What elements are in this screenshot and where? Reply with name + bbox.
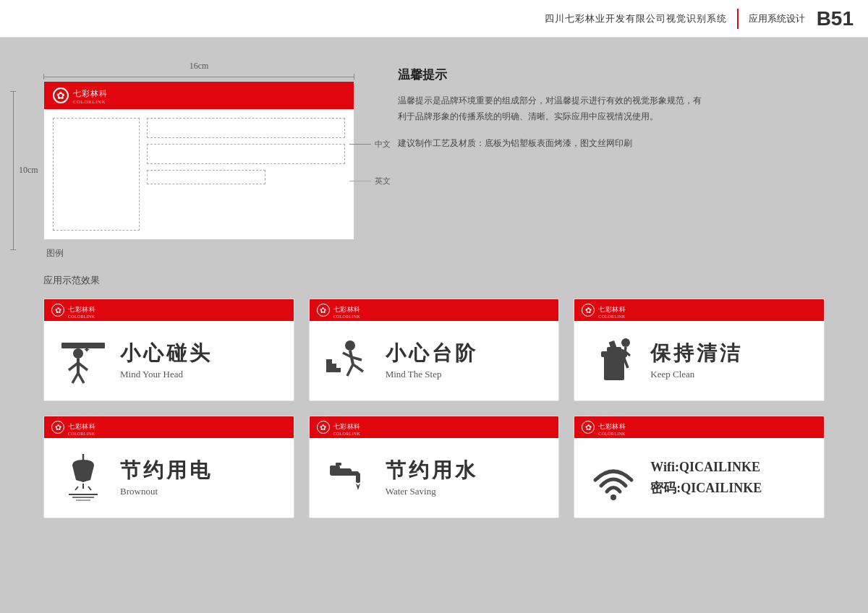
mini-logo-en-4: COLORLINK	[68, 432, 95, 436]
mini-logo-circle-5: ✿	[317, 421, 330, 434]
mock-icon-placeholder	[53, 118, 140, 231]
svg-rect-36	[330, 466, 340, 470]
sign-logo-3: ✿ 七彩林科 COLORLINK	[582, 301, 626, 319]
sign-wifi-line1: Wifi:QICAILINKE	[650, 457, 812, 478]
sign-body-6: Wifi:QICAILINKE 密码:QICAILINKE	[574, 438, 824, 518]
section-label-header: 应用系统设计	[749, 12, 805, 25]
sign-header-3: ✿ 七彩林科 COLORLINK	[574, 299, 824, 321]
section-heading: 应用示范效果	[43, 274, 825, 287]
sign-body-2: 小心台阶 Mind The Step	[310, 321, 559, 400]
sign-body-5: 节约用水 Water Saving	[310, 438, 559, 518]
sign-header-4: ✿ 七彩林科 COLORLINK	[44, 416, 294, 438]
sign-en-5: Water Saving	[386, 486, 548, 497]
mock-body	[44, 109, 354, 239]
svg-line-16	[353, 364, 363, 372]
sign-logo-5: ✿ 七彩林科 COLORLINK	[317, 419, 361, 436]
sign-text-4: 节约用电 Brownout	[120, 458, 282, 497]
icon-bump-head: ✦	[56, 335, 110, 386]
sign-text-5: 节约用水 Water Saving	[386, 458, 548, 497]
diagram-section: 16cm 10cm	[43, 59, 825, 260]
desc-note: 建议制作工艺及材质：底板为铝塑板表面烤漆，图文丝网印刷	[398, 136, 702, 152]
mini-logo-cn-1: 七彩林科	[68, 306, 95, 313]
svg-line-30	[75, 486, 78, 490]
mock-header: ✿ 七彩林科 COLORLINK	[44, 82, 354, 109]
sign-card-water-saving: ✿ 七彩林科 COLORLINK	[309, 416, 560, 518]
logo-flower-icon: ✿	[56, 90, 65, 102]
mock-logo: ✿ 七彩林科 COLORLINK	[53, 86, 108, 105]
svg-rect-18	[601, 351, 627, 357]
logo-circle: ✿	[53, 87, 69, 103]
sign-card-keep-clean: ✿ 七彩林科 COLORLINK	[574, 299, 825, 401]
sign-text-1: 小心碰头 Mind Your Head	[120, 341, 282, 380]
svg-point-40	[610, 494, 616, 500]
wifi-svg	[588, 453, 639, 503]
mini-logo-en-6: COLORLINK	[598, 432, 626, 436]
sign-diagram: 16cm 10cm	[43, 81, 354, 260]
signs-grid: ✿ 七彩林科 COLORLINK	[43, 299, 825, 518]
mini-logo-circle-4: ✿	[51, 421, 64, 434]
sign-body-4: 节约用电 Brownout	[44, 438, 294, 518]
icon-save-water	[321, 453, 375, 503]
mini-logo-en-3: COLORLINK	[598, 314, 626, 319]
height-label: 10cm	[19, 165, 38, 176]
sign-cn-2: 小心台阶	[386, 341, 548, 366]
sign-logo-6: ✿ 七彩林科 COLORLINK	[582, 419, 626, 436]
mini-flower-4: ✿	[55, 423, 61, 432]
mini-logo-circle-3: ✿	[582, 304, 595, 317]
mock-text-area	[147, 118, 345, 231]
icon-keep-clean	[586, 335, 640, 386]
svg-text:✦: ✦	[83, 345, 90, 355]
mini-logo-cn-2: 七彩林科	[333, 306, 361, 313]
logo-en: COLORLINK	[73, 99, 108, 105]
sign-mockup: ✿ 七彩林科 COLORLINK	[43, 81, 354, 240]
mini-logo-circle-2: ✿	[317, 304, 330, 317]
icon-mind-step	[321, 335, 375, 386]
mini-flower-5: ✿	[320, 423, 326, 432]
mini-flower-6: ✿	[585, 423, 592, 432]
sign-header-2: ✿ 七彩林科 COLORLINK	[310, 299, 559, 321]
sign-header-1: ✿ 七彩林科 COLORLINK	[44, 299, 294, 321]
bump-head-svg: ✦	[58, 335, 109, 386]
sign-cn-4: 节约用电	[120, 458, 282, 483]
sign-cn-3: 保持清洁	[650, 341, 812, 366]
svg-line-5	[72, 373, 78, 383]
save-water-svg	[323, 453, 373, 503]
sign-card-brownout: ✿ 七彩林科 COLORLINK	[43, 416, 294, 518]
mini-flower-2: ✿	[320, 306, 326, 315]
mini-flower-1: ✿	[55, 306, 61, 315]
sign-header-5: ✿ 七彩林科 COLORLINK	[310, 416, 559, 438]
mini-logo-circle-1: ✿	[51, 304, 64, 317]
width-label: 16cm	[190, 61, 209, 72]
mini-logo-cn-3: 七彩林科	[598, 306, 626, 313]
mock-line-2	[147, 144, 345, 164]
main-content: 16cm 10cm	[0, 38, 868, 613]
mini-logo-en-1: COLORLINK	[68, 314, 95, 319]
sign-logo-1: ✿ 七彩林科 COLORLINK	[51, 301, 95, 319]
mini-logo-cn-5: 七彩林科	[333, 423, 361, 430]
svg-point-20	[621, 338, 630, 347]
sign-en-4: Brownout	[120, 486, 282, 497]
svg-rect-38	[356, 473, 360, 483]
sign-text-6: Wifi:QICAILINKE 密码:QICAILINKE	[650, 457, 812, 499]
svg-line-6	[78, 373, 84, 383]
mini-logo-cn-4: 七彩林科	[68, 423, 95, 430]
mini-logo-en-2: COLORLINK	[333, 314, 361, 319]
sign-en-2: Mind The Step	[386, 369, 548, 380]
sign-body-3: 保持清洁 Keep Clean	[574, 321, 824, 400]
header-divider	[737, 9, 739, 29]
sign-text-2: 小心台阶 Mind The Step	[386, 341, 548, 380]
desc-title: 温馨提示	[398, 67, 702, 83]
legend-en-label: 英文	[375, 176, 391, 187]
page-code: B51	[817, 7, 854, 30]
svg-point-1	[73, 348, 83, 359]
sign-card-wifi: ✿ 七彩林科 COLORLINK	[574, 416, 825, 518]
mini-flower-3: ✿	[585, 306, 592, 315]
svg-line-15	[347, 364, 353, 376]
sign-logo-4: ✿ 七彩林科 COLORLINK	[51, 419, 95, 436]
svg-point-28	[80, 475, 87, 482]
mock-line-1	[147, 118, 345, 138]
sign-body-1: ✦ 小心碰头 Mind Your Head	[44, 321, 294, 400]
sign-en-1: Mind Your Head	[120, 369, 282, 380]
mini-logo-circle-6: ✿	[582, 421, 595, 434]
sign-cn-1: 小心碰头	[120, 341, 282, 366]
